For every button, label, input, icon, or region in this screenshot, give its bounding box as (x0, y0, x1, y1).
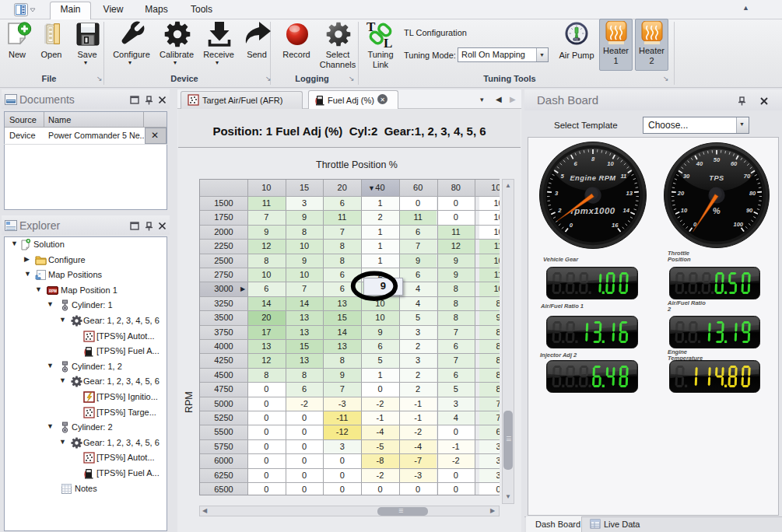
svg-text:2: 2 (557, 207, 562, 214)
svg-text:RPM: RPM (49, 289, 57, 292)
svg-text:80: 80 (749, 190, 756, 197)
svg-text:10: 10 (681, 207, 688, 214)
svg-text:Engine RPM: Engine RPM (570, 174, 615, 182)
svg-text:%: % (713, 206, 721, 215)
svg-text:10: 10 (607, 160, 614, 167)
svg-text:14: 14 (622, 207, 629, 214)
svg-text:11: 11 (620, 173, 626, 180)
svg-text:13: 13 (626, 190, 633, 197)
svg-text:20: 20 (677, 190, 685, 197)
svg-text:PSI: PSI (574, 38, 578, 41)
svg-text:70: 70 (744, 173, 751, 180)
svg-text:16: 16 (612, 222, 619, 229)
svg-text:90: 90 (746, 207, 753, 214)
svg-text:30: 30 (683, 173, 690, 180)
svg-text:40: 40 (696, 160, 703, 167)
svg-text:60: 60 (731, 160, 738, 167)
svg-text:TPS: TPS (709, 174, 724, 182)
svg-text:L: L (384, 36, 392, 49)
svg-text:50: 50 (714, 156, 721, 163)
svg-text:100: 100 (734, 221, 744, 228)
